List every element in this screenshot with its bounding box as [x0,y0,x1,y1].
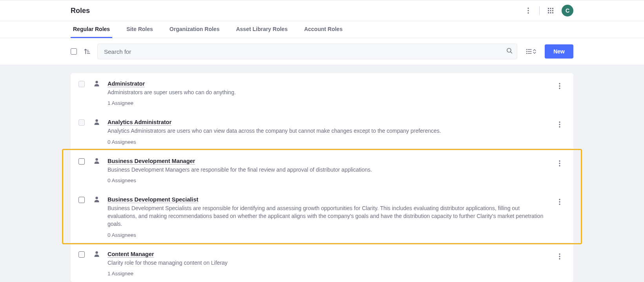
svg-rect-7 [550,10,551,11]
role-checkbox-col [78,251,86,277]
caret-updown-icon [533,49,536,54]
svg-point-40 [559,253,560,255]
role-title-link[interactable]: Business Development Manager [108,158,195,164]
person-icon [93,80,100,106]
role-actions-button[interactable] [555,119,565,130]
role-checkbox[interactable] [78,197,85,203]
tab-regular-roles[interactable]: Regular Roles [71,21,112,38]
role-item: Content ManagerClarity role for those ma… [71,244,573,282]
role-checkbox[interactable] [78,158,85,165]
search-icon [506,48,513,55]
role-actions-button[interactable] [555,81,565,91]
content: AdministratorAdministrators are super us… [0,65,644,282]
tab-site-roles[interactable]: Site Roles [124,21,155,38]
svg-point-38 [559,203,560,205]
select-all-checkbox[interactable] [71,48,77,55]
role-title-link[interactable]: Administrator [108,81,145,87]
divider [539,6,540,15]
apps-button[interactable] [545,5,556,16]
svg-point-21 [526,53,527,54]
svg-point-31 [95,158,98,160]
role-actions [554,80,566,106]
svg-point-27 [95,119,98,122]
search-wrap [97,44,517,59]
svg-point-36 [559,199,560,200]
new-button[interactable]: New [545,44,573,59]
tab-asset-library-roles[interactable]: Asset Library Roles [234,21,290,38]
role-assignees: 1 Assignee [108,271,547,277]
role-description: Analytics Administrators are users who c… [108,127,547,135]
svg-point-28 [559,122,560,123]
list-icon [526,49,532,54]
role-description: Business Development Specialists are res… [108,204,547,228]
svg-point-0 [527,7,529,9]
role-item: Analytics AdministratorAnalytics Adminis… [71,112,573,150]
svg-point-26 [559,88,560,89]
role-body: AdministratorAdministrators are super us… [108,80,547,106]
svg-point-29 [559,124,560,125]
role-assignees: 0 Assignees [108,232,547,238]
person-icon [93,157,100,183]
grid-icon [547,7,554,14]
search-input[interactable] [97,44,517,59]
role-body: Business Development ManagerBusiness Dev… [108,157,547,183]
role-item: AdministratorAdministrators are super us… [71,73,573,112]
svg-rect-10 [550,12,551,13]
tab-organization-roles[interactable]: Organization Roles [167,21,222,38]
role-title-link[interactable]: Content Manager [108,251,154,257]
roles-card: AdministratorAdministrators are super us… [71,73,573,282]
role-checkbox-col [78,157,86,183]
role-actions [554,157,566,183]
tab-account-roles[interactable]: Account Roles [302,21,345,38]
role-assignees: 0 Assignees [108,139,547,145]
svg-rect-3 [548,8,549,9]
user-avatar[interactable]: C [562,5,573,16]
role-title-link[interactable]: Business Development Specialist [108,196,198,203]
role-item: Business Development ManagerBusiness Dev… [71,150,573,189]
role-actions-button[interactable] [555,197,565,207]
svg-rect-11 [552,12,553,13]
role-body: Business Development SpecialistBusiness … [108,196,547,238]
svg-point-19 [526,51,527,52]
role-checkbox-col [78,119,86,145]
top-bar-actions: C [523,5,573,16]
role-description: Administrators are super users who can d… [108,88,547,96]
svg-point-24 [559,83,560,84]
role-body: Analytics AdministratorAnalytics Adminis… [108,119,547,145]
role-actions-button[interactable] [555,158,565,168]
sort-button[interactable] [83,48,91,55]
view-mode-button[interactable] [524,46,538,57]
page-options-button[interactable] [523,5,534,16]
tabs-bar: Regular RolesSite RolesOrganization Role… [0,21,644,38]
svg-rect-5 [552,8,553,9]
svg-point-35 [95,197,98,199]
person-icon [93,196,100,238]
role-checkbox-col [78,80,86,106]
person-icon [93,119,100,145]
role-assignees: 0 Assignees [108,178,547,183]
role-checkbox[interactable] [78,251,85,258]
role-checkbox [78,81,85,87]
role-actions [554,196,566,238]
svg-point-17 [526,49,527,50]
vertical-dots-icon [527,7,529,14]
role-actions-button[interactable] [555,251,565,262]
role-item: Business Development SpecialistBusiness … [71,189,573,244]
svg-rect-6 [548,10,549,11]
svg-point-42 [559,258,560,259]
svg-point-37 [559,201,560,202]
person-icon [93,251,100,277]
role-checkbox [78,119,85,126]
svg-line-16 [511,52,512,53]
role-title-link[interactable]: Analytics Administrator [108,119,171,125]
page-title: Roles [71,7,90,15]
role-checkbox-col [78,196,86,238]
role-actions [554,251,566,277]
top-bar: Roles C [0,0,644,21]
svg-point-39 [95,251,98,254]
role-body: Content ManagerClarity role for those ma… [108,251,547,277]
role-description: Business Development Managers are respon… [108,166,547,174]
svg-point-23 [95,81,98,83]
role-actions [554,119,566,145]
svg-rect-4 [550,8,551,9]
